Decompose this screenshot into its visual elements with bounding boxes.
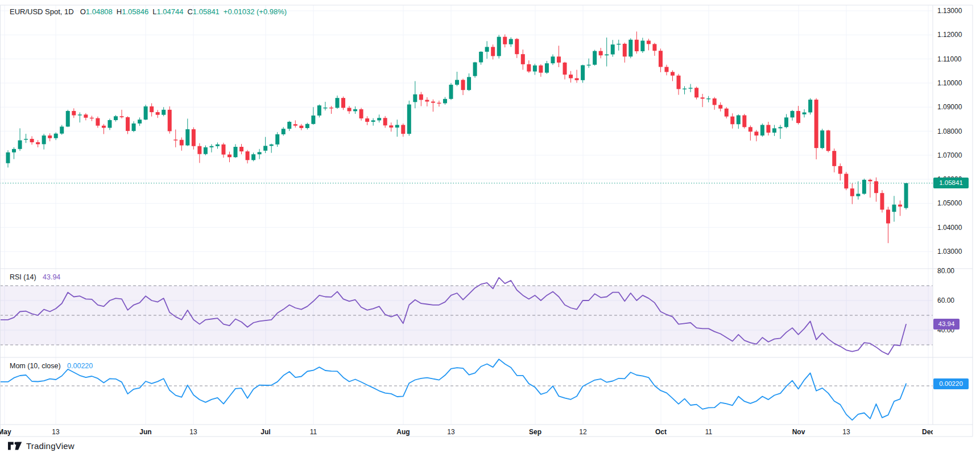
legend-open: O1.04808 [80,7,113,16]
price-axis[interactable]: 1.130001.120001.110001.100001.090001.080… [933,0,973,425]
price-axis-label: 1.05000 [937,199,962,208]
time-axis-label: 13 [842,427,850,437]
time-axis-label: 13 [52,427,59,437]
time-axis-label: Jul [260,427,270,437]
time-axis-label: 13 [447,427,454,437]
legend-high: H1.05846 [117,7,148,16]
time-axis-label: 11 [310,427,317,437]
price-axis-label: 1.09000 [937,102,962,112]
time-axis[interactable]: May13Jun13Jul11Aug13Sep12Oct11Nov13Dec [0,425,933,437]
tradingview-widget: { "legend": { "symbol": "EUR/USD Spot, 1… [0,0,980,457]
time-axis-label: 12 [579,427,586,437]
price-axis-label: 1.07000 [937,151,962,160]
price-axis-label: 1.03000 [937,247,962,256]
mom-legend[interactable]: Mom (10, close) 0.00220 [10,362,93,370]
tradingview-logo-text: TradingView [26,441,75,451]
price-axis-label: 1.11000 [937,55,962,64]
legend-close: C1.05841 [187,7,219,16]
price-axis-label: 1.04000 [937,223,962,232]
price-axis-label: 1.08000 [937,127,962,136]
time-axis-label: May [0,427,11,437]
tradingview-logo-icon [8,441,22,451]
mom-legend-title: Mom (10, close) [10,362,61,370]
mom-legend-value: 0.00220 [67,362,93,370]
symbol-title[interactable]: EUR/USD Spot, 1D [10,7,74,16]
time-axis-label: Dec [922,427,933,437]
time-axis-label: Nov [792,427,805,437]
price-axis-label: 1.12000 [937,30,962,39]
time-axis-label: 13 [189,427,197,437]
legend-change: +0.01032 (+0.98%) [224,7,287,16]
rsi-axis-label: 60.00 [937,296,954,305]
rsi-legend[interactable]: RSI (14) 43.94 [10,273,60,281]
chart-canvas[interactable] [0,0,980,457]
last-price-badge: 1.05841 [933,178,969,188]
time-axis-label: Sep [529,427,541,437]
legend-low: L1.04744 [152,7,183,16]
rsi-axis-label: 80.00 [937,266,954,275]
rsi-legend-title: RSI (14) [10,273,36,281]
time-axis-label: Oct [655,427,667,437]
time-axis-label: Jun [139,427,151,437]
time-axis-label: 11 [705,427,712,437]
rsi-legend-value: 43.94 [43,273,60,281]
tradingview-logo[interactable]: TradingView [8,441,75,451]
price-axis-label: 1.13000 [937,6,962,15]
price-axis-label: 1.10000 [937,79,962,88]
rsi-value-badge: 43.94 [933,319,960,330]
symbol-legend[interactable]: EUR/USD Spot, 1D O1.04808 H1.05846 L1.04… [10,7,287,16]
mom-value-badge: 0.00220 [933,378,969,389]
time-axis-label: Aug [396,427,410,437]
